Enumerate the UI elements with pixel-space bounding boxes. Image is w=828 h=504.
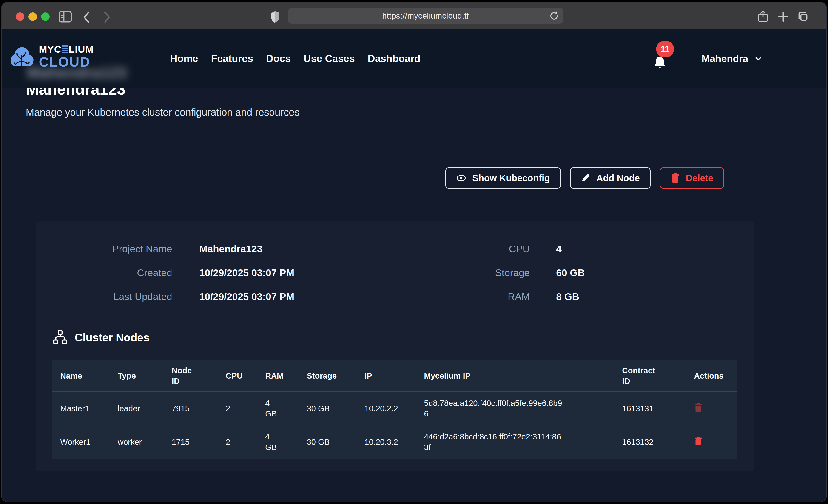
- delete-label: Delete: [686, 173, 713, 183]
- cell-ip: 10.20.3.2: [365, 425, 424, 459]
- trash-icon: [694, 403, 703, 412]
- col-actions: Actions: [694, 360, 737, 392]
- minimize-button[interactable]: [29, 12, 37, 21]
- info-value: 10/29/2025 03:07 PM: [199, 266, 294, 279]
- info-value: 8 GB: [556, 290, 585, 303]
- cluster-actions: Show Kubeconfig Add Node Delete: [445, 167, 724, 188]
- cell-contract-id: 1613132: [622, 425, 694, 459]
- delete-node-button[interactable]: [694, 436, 703, 446]
- close-button[interactable]: [16, 12, 24, 21]
- refresh-icon[interactable]: [549, 11, 559, 21]
- cell-actions: [694, 425, 737, 459]
- info-label: Last Updated: [36, 290, 172, 303]
- delete-cluster-button[interactable]: Delete: [660, 167, 724, 188]
- brand-logo[interactable]: MYCLIUM CLOUD: [8, 43, 94, 70]
- trash-icon: [694, 436, 703, 446]
- delete-node-button[interactable]: [694, 403, 703, 412]
- info-value: 60 GB: [556, 266, 585, 279]
- page-subtitle: Manage your Kubernetes cluster configura…: [26, 107, 299, 118]
- nav-link-features[interactable]: Features: [211, 53, 253, 64]
- user-name: Mahendra: [702, 53, 748, 64]
- privacy-shield-icon[interactable]: [270, 10, 281, 24]
- col-cpu: CPU: [226, 360, 265, 392]
- table-header-row: Name Type Node ID CPU RAM Storage IP Myc…: [52, 360, 737, 392]
- browser-chrome: https://myceliumcloud.tf: [2, 2, 826, 29]
- col-contract-id: Contract ID: [622, 360, 694, 392]
- cell-ram: 4 GB: [265, 425, 307, 459]
- forward-icon[interactable]: [103, 11, 111, 23]
- back-icon[interactable]: [83, 11, 90, 23]
- network-icon: [53, 330, 68, 345]
- url-text: https://myceliumcloud.tf: [382, 11, 469, 20]
- info-label: RAM: [415, 290, 530, 303]
- info-value: Mahendra123: [199, 242, 294, 255]
- cell-cpu: 2: [226, 392, 265, 425]
- col-node-id: Node ID: [172, 360, 226, 392]
- col-type: Type: [118, 360, 172, 392]
- brand-line1: MYCLIUM: [39, 44, 94, 54]
- cell-type: worker: [118, 425, 172, 459]
- top-navbar: Mahendra123: [2, 29, 826, 88]
- info-label: CPU: [415, 242, 530, 255]
- new-tab-icon[interactable]: [778, 11, 788, 22]
- cell-mycelium-ip: 446:d2a6:8bcd:8c16:ff0f:72e2:3114:863f: [424, 425, 622, 459]
- url-bar[interactable]: https://myceliumcloud.tf: [288, 8, 564, 24]
- show-kubeconfig-label: Show Kubeconfig: [472, 173, 550, 183]
- pencil-icon: [581, 173, 590, 183]
- chevron-down-icon: [754, 54, 763, 63]
- cell-storage: 30 GB: [307, 425, 365, 459]
- cell-actions: [694, 392, 737, 425]
- eye-icon: [456, 173, 466, 183]
- trash-icon: [671, 173, 680, 183]
- cell-ip: 10.20.2.2: [365, 392, 424, 425]
- info-label: Created: [36, 266, 172, 279]
- nav-link-docs[interactable]: Docs: [266, 53, 291, 64]
- show-kubeconfig-button[interactable]: Show Kubeconfig: [445, 167, 561, 188]
- col-ip: IP: [365, 360, 424, 392]
- cluster-nodes-title: Cluster Nodes: [75, 331, 150, 344]
- page: Mahendra123 Manage your Kubernetes clust…: [2, 29, 826, 502]
- user-menu[interactable]: Mahendra: [700, 53, 764, 65]
- col-name: Name: [52, 360, 118, 392]
- brand-logo-text: MYCLIUM CLOUD: [39, 44, 94, 69]
- table-row: Master1 leader 7915 2 4 GB 30 GB 10.20.2…: [52, 392, 737, 425]
- cell-mycelium-ip: 5d8:78ea:a120:f40c:ff0f:a5fe:99e6:8b96: [424, 392, 622, 425]
- add-node-button[interactable]: Add Node: [570, 167, 651, 188]
- info-value: 10/29/2025 03:07 PM: [199, 290, 294, 303]
- fullscreen-button[interactable]: [41, 12, 50, 21]
- nav-link-home[interactable]: Home: [170, 53, 198, 64]
- info-value: 4: [556, 242, 585, 255]
- navbar-right: 11 Mahendra: [653, 29, 764, 88]
- share-icon[interactable]: [757, 10, 769, 23]
- logo-e-bars: [62, 45, 68, 53]
- col-storage: Storage: [307, 360, 365, 392]
- bell-icon: [653, 55, 667, 70]
- notification-count-badge: 11: [656, 41, 674, 57]
- nav-link-dashboard[interactable]: Dashboard: [368, 53, 420, 64]
- cell-node-id: 1715: [172, 425, 226, 459]
- add-node-label: Add Node: [596, 173, 640, 183]
- cell-storage: 30 GB: [307, 392, 365, 425]
- info-label: Storage: [415, 266, 530, 279]
- cell-contract-id: 1613131: [622, 392, 694, 425]
- info-label: Project Name: [36, 242, 172, 255]
- cluster-nodes-table: Name Type Node ID CPU RAM Storage IP Myc…: [52, 360, 737, 459]
- col-mycelium-ip: Mycelium IP: [424, 360, 622, 392]
- sidebar-toggle-icon[interactable]: [58, 11, 72, 23]
- cluster-nodes-heading: Cluster Nodes: [53, 330, 150, 345]
- cell-name: Worker1: [52, 425, 118, 459]
- cluster-info-left: Project Name Mahendra123 Created 10/29/2…: [36, 242, 294, 303]
- col-ram: RAM: [265, 360, 307, 392]
- tab-overview-icon[interactable]: [797, 10, 809, 23]
- table-row: Worker1 worker 1715 2 4 GB 30 GB 10.20.3…: [52, 425, 737, 459]
- cell-ram: 4 GB: [265, 392, 307, 425]
- notifications-button[interactable]: 11: [653, 55, 667, 70]
- cluster-details-card: Project Name Mahendra123 Created 10/29/2…: [36, 221, 754, 471]
- cluster-info-right: CPU 4 Storage 60 GB RAM 8 GB: [415, 242, 585, 303]
- browser-window: https://myceliumcloud.tf: [1, 2, 827, 502]
- nav-links: Home Features Docs Use Cases Dashboard: [170, 29, 420, 88]
- mycelium-cloud-logo-icon: [8, 43, 36, 70]
- nav-link-use-cases[interactable]: Use Cases: [303, 53, 355, 64]
- cell-cpu: 2: [226, 425, 265, 459]
- cell-name: Master1: [52, 392, 118, 425]
